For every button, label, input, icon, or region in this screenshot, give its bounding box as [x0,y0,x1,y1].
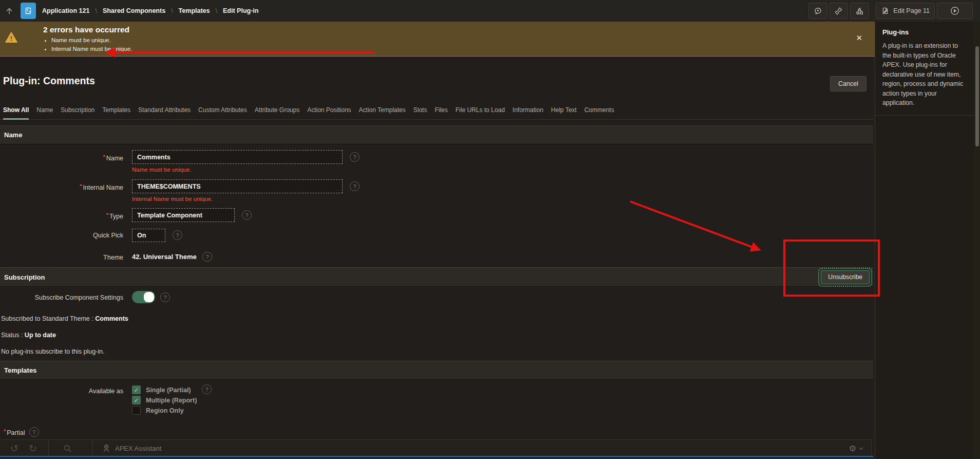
page-title: Plug-in: Comments [3,75,95,87]
help-icon[interactable]: ? [350,152,360,162]
check-icon: ✓ [134,397,139,404]
redo-icon[interactable]: ↻ [24,443,42,454]
internal-name-field-error: Internal Name must be unique. [132,196,213,202]
checkbox-single-partial[interactable]: ✓ [132,385,141,394]
flashlight-icon [835,7,843,15]
required-marker: * [80,183,82,189]
assistant-bar: ↺ ↻ APEX Assistant ⚙ [0,439,872,456]
gear-icon[interactable]: ⚙ [849,444,856,453]
annotation-rectangle-unsubscribe [783,240,880,297]
divider [92,440,92,457]
edit-page-button[interactable]: Edit Page 11 [876,3,935,19]
help-icon[interactable]: ? [173,230,182,240]
tab-help-text[interactable]: Help Text [551,104,577,120]
help-sidebar-text: A plug-in is an extension to the built-i… [882,41,967,108]
tab-custom-attributes[interactable]: Custom Attributes [198,104,247,120]
section-header-name: Name [0,125,873,144]
status-value: Up to date [25,332,56,339]
section-title: Templates [4,366,36,374]
section-title: Subscription [4,273,45,281]
help-icon[interactable]: ? [202,384,212,394]
breadcrumb-edit-plugin: Edit Plug-in [223,7,258,14]
theme-value: 42. Universal Theme [132,253,197,261]
plugin-doc-icon[interactable] [21,3,36,19]
subscribe-toggle-label: Subscribe Component Settings [0,294,123,302]
assistant-settings[interactable]: ⚙ [849,444,871,453]
tab-subscription[interactable]: Subscription [61,104,95,120]
run-page-button[interactable] [937,3,973,19]
help-icon[interactable]: ? [350,181,360,191]
type-select[interactable]: Template Component [132,208,235,222]
main-content: Plug-in: Comments Cancel Show All Name S… [0,22,873,459]
warning-icon [5,32,17,43]
name-field-error: Name must be unique. [132,167,192,173]
partial-field-label: *Partial ? [4,427,39,437]
tab-information[interactable]: Information [513,104,543,120]
play-icon [950,6,959,15]
section-header-templates: Templates [0,361,873,380]
undo-icon[interactable]: ↺ [5,443,24,454]
help-icon[interactable]: ? [29,427,39,437]
checkbox-multiple-report[interactable]: ✓ [132,396,141,405]
help-icon[interactable]: ? [242,210,252,220]
tab-attribute-groups[interactable]: Attribute Groups [255,104,299,120]
cancel-button[interactable]: Cancel [830,76,866,91]
tab-name[interactable]: Name [36,104,53,120]
subscribe-component-settings-toggle[interactable] [132,291,155,303]
checkbox-row: Region Only [132,406,184,415]
checkbox-label: Multiple (Report) [146,397,197,404]
tab-comments[interactable]: Comments [585,104,614,120]
scrollbar-thumb[interactable] [975,46,979,146]
window-edge-strip [0,456,873,459]
spotlight-search-button[interactable] [830,3,848,19]
internal-name-field-label: *Internal Name [0,182,123,192]
close-icon[interactable]: ✕ [856,33,862,43]
chevron-down-icon [858,446,864,451]
toggle-knob [144,292,154,302]
annotation-arrow-errors [104,47,375,58]
type-field-label: *Type [0,211,123,221]
section-header-subscription: Subscription Unsubscribe [0,267,873,287]
available-as-label: Available as [0,388,123,395]
required-marker: * [103,154,105,160]
vertical-scrollbar[interactable] [974,22,980,459]
checkbox-label: Region Only [146,407,184,414]
feedback-button[interactable] [808,3,827,19]
help-icon[interactable]: ? [160,292,170,302]
apex-assistant-input[interactable]: APEX Assistant [115,445,161,452]
tab-slots[interactable]: Slots [413,104,427,120]
tab-action-positions[interactable]: Action Positions [307,104,351,120]
help-icon[interactable]: ? [202,252,212,262]
checkbox-row: ✓ Multiple (Report) [132,396,197,405]
shared-components-button[interactable] [850,3,869,19]
tab-show-all[interactable]: Show All [3,104,29,120]
checkbox-region-only[interactable] [132,406,141,415]
breadcrumb-separator: \ [171,7,173,14]
tab-templates[interactable]: Templates [102,104,130,120]
tab-files[interactable]: Files [435,104,447,120]
up-arrow-icon[interactable] [0,7,18,15]
error-banner-title: 2 errors have occurred [43,25,132,34]
tab-action-templates[interactable]: Action Templates [359,104,406,120]
help-sidebar-title: Plug-ins [882,28,967,36]
search-icon[interactable] [49,444,86,453]
subscribed-to-line: Subscribed to Standard Theme : Comments [1,315,128,322]
edit-page-label: Edit Page 11 [893,7,930,14]
apex-edit-plugin-screen: Application 121 \ Shared Components \ Te… [0,0,980,459]
subscribers-note: No plug-ins subscribe to this plug-in. [1,348,105,355]
breadcrumb-app[interactable]: Application 121 [42,7,89,14]
help-sidebar: Plug-ins A plug-in is an extension to th… [875,22,974,459]
tab-file-urls[interactable]: File URLs to Load [456,104,505,120]
internal-name-input[interactable]: THEME$COMMENTS [132,179,343,193]
breadcrumb-separator: \ [216,7,217,14]
apex-assistant-icon [102,444,111,453]
name-input[interactable]: Comments [132,150,343,164]
required-marker: * [106,212,108,218]
breadcrumb-templates[interactable]: Templates [179,7,210,14]
tab-bar: Show All Name Subscription Templates Sta… [0,104,873,120]
tab-standard-attributes[interactable]: Standard Attributes [138,104,191,120]
error-item[interactable]: Name must be unique. [51,36,132,45]
breadcrumb-shared-components[interactable]: Shared Components [103,7,165,14]
topbar-actions: Edit Page 11 [808,3,980,19]
quick-pick-select[interactable]: On [132,229,165,242]
